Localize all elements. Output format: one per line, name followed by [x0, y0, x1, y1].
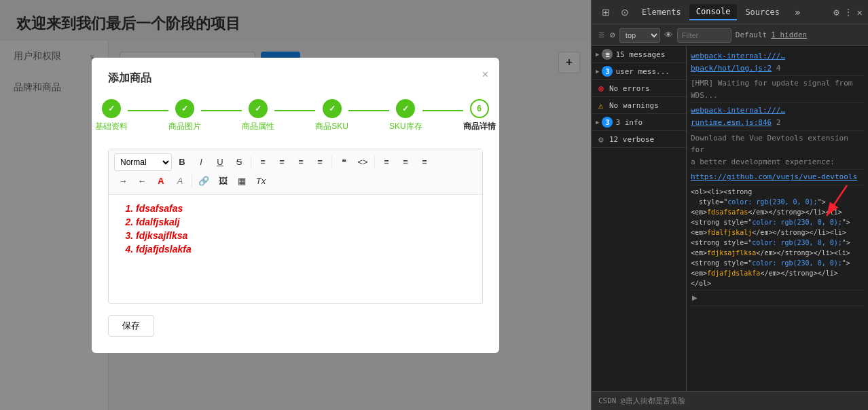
- close-icon[interactable]: ✕: [857, 7, 863, 18]
- divider-3: [374, 156, 375, 168]
- save-button[interactable]: 保存: [108, 315, 154, 337]
- modal-overlay: 添加商品 × ✓ 基础资料 ✓ 商品图片 ✓ 商品属性: [0, 0, 591, 410]
- msg-group-label: 15 messages: [615, 50, 665, 59]
- unordered-list-button[interactable]: ≡: [397, 153, 414, 171]
- divider-4: [192, 175, 192, 187]
- error-icon: ⊗: [596, 83, 607, 94]
- font-color-button[interactable]: A: [152, 172, 170, 190]
- modal-title: 添加商品: [108, 71, 483, 86]
- chevron-right-icon-3: ▶: [596, 119, 599, 126]
- step-item-6: 6 商品详情: [463, 99, 496, 132]
- user-msg-badge: 3: [602, 66, 613, 77]
- bottom-bar-text: CSDN @唐人街都是苦瓜脸: [598, 396, 685, 405]
- step-circle-6: 6: [470, 99, 489, 118]
- chevron-right-icon-2: ▶: [596, 68, 599, 75]
- devtools-inspect-button[interactable]: ⊙: [616, 3, 634, 21]
- devtools-icons: ⚙ ⋮ ✕: [833, 7, 863, 18]
- msg-group-header-info[interactable]: ▶ 3 3 info: [592, 114, 686, 130]
- expand-button[interactable]: ▶: [691, 294, 699, 301]
- vertical-dots-icon[interactable]: ⋮: [844, 7, 853, 18]
- step-line-4: [348, 110, 389, 111]
- format-select[interactable]: Normal Heading 1 Heading 2 Heading 3: [114, 153, 172, 171]
- stop-icon[interactable]: ⊘: [610, 30, 615, 40]
- devtools-tabbar: ⊞ ⊙ Elements Console Sources » ⚙ ⋮ ✕: [592, 0, 868, 24]
- msg-group-header-warnings[interactable]: ⚠ No warnings: [592, 97, 686, 113]
- ordered-list-button[interactable]: ≡: [378, 153, 395, 171]
- step-circle-4: ✓: [323, 99, 342, 118]
- step-circle-2: ✓: [175, 99, 194, 118]
- msg-group-info: ▶ 3 3 info: [592, 114, 686, 131]
- msg-group-errors: ⊗ No errors: [592, 80, 686, 97]
- strikethrough-button[interactable]: S: [230, 153, 248, 171]
- toolbar-row-2: → ← A A 🔗 🖼 ▦ Tx: [114, 172, 477, 190]
- msg-group-header-user[interactable]: ▶ 3 user mess...: [592, 63, 686, 79]
- underline-button[interactable]: U: [211, 153, 229, 171]
- msg-count-badge: ≡: [602, 49, 613, 60]
- hidden-label[interactable]: 1 hidden: [771, 31, 807, 39]
- step-item-1: ✓ 基础资料: [95, 99, 128, 132]
- tab-more[interactable]: »: [788, 4, 807, 20]
- msg-group-verbose: ⚙ 12 verbose: [592, 131, 686, 148]
- highlight-button[interactable]: A: [171, 172, 189, 190]
- eye-icon[interactable]: 👁: [664, 30, 673, 40]
- sidebar-toggle-button[interactable]: ☰: [597, 31, 606, 39]
- tab-console[interactable]: Console: [689, 4, 738, 20]
- step-label-2: 商品图片: [168, 121, 201, 132]
- editor-list: fdsafsafas fdalfjskalj fdjksajflksa fdja…: [120, 203, 471, 255]
- context-select[interactable]: top: [619, 28, 660, 43]
- code-button[interactable]: <>: [354, 153, 372, 171]
- webpack-link-2[interactable]: webpack-internal:///…runtime.esm.js:846: [691, 106, 785, 127]
- table-button[interactable]: ▦: [233, 172, 251, 190]
- console-entry-1: webpack-internal:///…bpack/hot/log.js:2 …: [691, 49, 864, 76]
- console-entry-hmr: [HMR] Waiting for update signal from WDS…: [691, 76, 864, 103]
- tab-elements[interactable]: Elements: [635, 5, 688, 20]
- divider-1: [251, 156, 251, 168]
- list-item: fdjafjdslakfa: [136, 244, 471, 255]
- devtools-right-panel[interactable]: webpack-internal:///…bpack/hot/log.js:2 …: [687, 46, 868, 391]
- clear-format-button[interactable]: Tx: [252, 172, 270, 190]
- chevron-right-icon: ▶: [596, 51, 599, 58]
- step-label-5: SKU库存: [389, 121, 422, 132]
- msg-group-header-all[interactable]: ▶ ≡ 15 messages: [592, 46, 686, 62]
- step-label-4: 商品SKU: [315, 121, 348, 132]
- step-line-5: [422, 110, 463, 111]
- link-button[interactable]: 🔗: [195, 172, 213, 190]
- msg-group-header-errors[interactable]: ⊗ No errors: [592, 80, 686, 96]
- warning-icon: ⚠: [596, 100, 607, 111]
- step-line-3: [274, 110, 315, 111]
- no-warnings-label: No warnings: [609, 101, 659, 110]
- image-button[interactable]: 🖼: [214, 172, 232, 190]
- verbose-icon: ⚙: [596, 134, 607, 145]
- console-entry-expand[interactable]: ▶: [691, 291, 864, 306]
- step-item-4: ✓ 商品SKU: [315, 99, 348, 132]
- red-arrow-annotation: [810, 179, 857, 230]
- italic-button[interactable]: I: [192, 153, 210, 171]
- list-item: fdsafsafas: [136, 203, 471, 214]
- settings-icon[interactable]: ⚙: [833, 7, 839, 18]
- align-center-button[interactable]: ≡: [273, 153, 291, 171]
- editor-content[interactable]: fdsafsafas fdalfjskalj fdjksajflksa fdja…: [109, 195, 482, 303]
- blockquote-button[interactable]: ❝: [335, 153, 352, 171]
- list-item: fdjksajflksa: [136, 230, 471, 241]
- bold-button[interactable]: B: [173, 153, 191, 171]
- console-entry-devtools: Download the Vue Devtools extension fora…: [691, 131, 864, 170]
- indent2-button[interactable]: ←: [133, 172, 151, 190]
- tab-sources[interactable]: Sources: [738, 5, 786, 20]
- filter-input[interactable]: [677, 28, 731, 43]
- stepper: ✓ 基础资料 ✓ 商品图片 ✓ 商品属性 ✓: [108, 99, 483, 132]
- devtools-panel-toggle[interactable]: ⊞: [597, 3, 615, 21]
- devtools-bottom-bar: CSDN @唐人街都是苦瓜脸: [592, 391, 868, 410]
- msg-group-header-verbose[interactable]: ⚙ 12 verbose: [592, 131, 686, 147]
- msg-group-all: ▶ ≡ 15 messages: [592, 46, 686, 63]
- align-left-button[interactable]: ≡: [254, 153, 272, 171]
- outdent-button[interactable]: →: [114, 172, 132, 190]
- step-label-6: 商品详情: [463, 121, 496, 132]
- msg-group-warnings: ⚠ No warnings: [592, 97, 686, 114]
- webpack-link-1[interactable]: webpack-internal:///…bpack/hot/log.js:2: [691, 52, 785, 73]
- console-entry-code: <ol><li><strong style="color: rgb(230, 0…: [691, 185, 864, 291]
- indent-button[interactable]: ≡: [416, 153, 433, 171]
- editor-container: Normal Heading 1 Heading 2 Heading 3 B I…: [108, 149, 483, 304]
- align-justify-button[interactable]: ≡: [311, 153, 329, 171]
- align-right-button[interactable]: ≡: [292, 153, 310, 171]
- modal-close-button[interactable]: ×: [482, 69, 488, 81]
